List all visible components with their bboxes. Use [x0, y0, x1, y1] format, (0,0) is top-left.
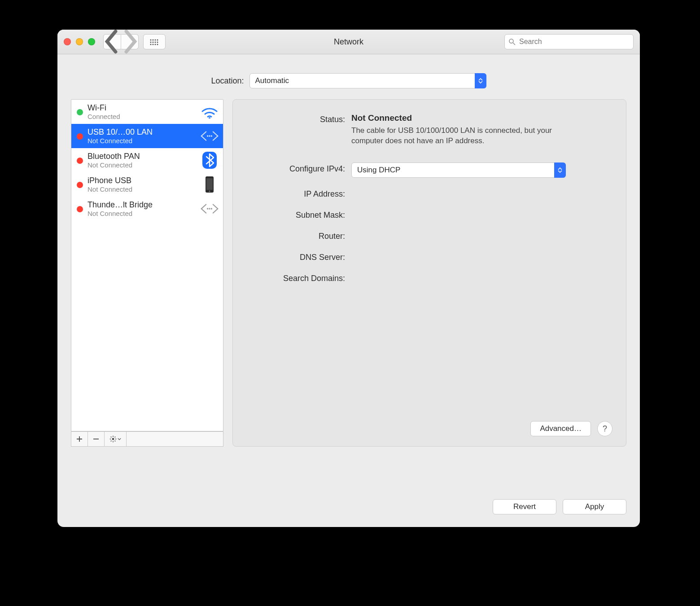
close-window-button[interactable] — [64, 38, 71, 45]
remove-service-button[interactable] — [88, 432, 105, 446]
svg-point-8 — [150, 44, 152, 45]
chevron-left-icon — [104, 30, 121, 53]
svg-point-16 — [209, 135, 210, 136]
svg-point-9 — [153, 44, 154, 45]
service-item-wifi[interactable]: Wi-Fi Connected — [71, 100, 223, 124]
location-value: Automatic — [255, 76, 289, 85]
svg-point-4 — [150, 42, 152, 43]
status-description: The cable for USB 10/100/1000 LAN is con… — [351, 126, 558, 146]
plus-icon — [76, 436, 83, 442]
grid-icon — [149, 38, 159, 45]
location-row: Location: Automatic — [57, 73, 640, 88]
svg-point-25 — [112, 438, 114, 440]
svg-point-23 — [209, 208, 210, 209]
back-button[interactable] — [103, 34, 121, 49]
svg-point-22 — [207, 208, 208, 209]
wifi-icon — [201, 104, 219, 119]
configure-ipv4-value: Using DHCP — [357, 166, 400, 175]
location-select[interactable]: Automatic — [249, 73, 486, 88]
chevron-down-icon — [118, 438, 121, 440]
sidebar: Wi-Fi Connected USB 10/…00 LAN Not Conne… — [71, 99, 223, 447]
content-area: Wi-Fi Connected USB 10/…00 LAN Not Conne… — [57, 88, 640, 447]
svg-point-17 — [211, 135, 212, 136]
show-all-button[interactable] — [143, 34, 166, 49]
status-dot-icon — [77, 182, 83, 188]
iphone-icon — [201, 177, 219, 192]
status-dot-icon — [77, 133, 83, 140]
help-icon: ? — [603, 424, 607, 434]
ip-address-label: IP Address: — [246, 188, 351, 199]
service-name: iPhone USB — [88, 176, 196, 185]
select-stepper-icon — [475, 73, 486, 88]
subnet-mask-label: Subnet Mask: — [246, 209, 351, 220]
svg-line-31 — [115, 441, 116, 442]
configure-ipv4-label: Configure IPv4: — [246, 162, 351, 174]
location-label: Location: — [211, 76, 244, 86]
service-item-usb-lan[interactable]: USB 10/…00 LAN Not Connected — [71, 124, 223, 148]
add-service-button[interactable] — [71, 432, 88, 446]
status-dot-icon — [77, 109, 83, 115]
status-value: Not Connected — [351, 113, 612, 123]
svg-point-1 — [153, 40, 154, 41]
apply-button[interactable]: Apply — [563, 499, 626, 514]
bluetooth-icon — [201, 153, 219, 168]
footer-buttons: Revert Apply — [493, 499, 626, 514]
chevron-right-icon — [121, 30, 138, 53]
advanced-button[interactable]: Advanced… — [530, 421, 591, 436]
titlebar: Network — [57, 30, 640, 54]
svg-line-13 — [513, 43, 516, 45]
configure-ipv4-select[interactable]: Using DHCP — [351, 162, 566, 178]
svg-point-10 — [155, 44, 156, 45]
service-list: Wi-Fi Connected USB 10/…00 LAN Not Conne… — [71, 99, 223, 431]
gear-icon — [109, 435, 117, 443]
service-actions-button[interactable] — [105, 432, 127, 446]
search-domains-label: Search Domains: — [246, 272, 351, 283]
svg-point-14 — [209, 117, 210, 119]
service-name: USB 10/…00 LAN — [88, 127, 196, 137]
detail-panel: Status: Not Connected The cable for USB … — [232, 99, 626, 447]
svg-point-0 — [150, 40, 152, 41]
service-item-iphone-usb[interactable]: iPhone USB Not Connected — [71, 172, 223, 197]
svg-line-30 — [111, 437, 112, 438]
sidebar-toolbar — [71, 431, 223, 447]
svg-point-15 — [207, 135, 208, 136]
ethernet-icon — [201, 128, 219, 144]
forward-button[interactable] — [121, 34, 139, 49]
service-name: Bluetooth PAN — [88, 152, 196, 161]
dns-server-label: DNS Server: — [246, 251, 351, 262]
status-label: Status: — [246, 113, 351, 124]
svg-point-11 — [157, 44, 158, 45]
svg-point-12 — [509, 39, 513, 43]
minus-icon — [93, 436, 99, 442]
service-status: Not Connected — [88, 210, 196, 217]
svg-point-6 — [155, 42, 156, 43]
revert-button[interactable]: Revert — [493, 499, 556, 514]
svg-point-3 — [157, 40, 158, 41]
search-field[interactable] — [504, 34, 634, 49]
service-name: Wi-Fi — [88, 103, 196, 113]
nav-buttons — [103, 34, 139, 49]
svg-point-2 — [155, 40, 156, 41]
service-name: Thunde…lt Bridge — [88, 200, 196, 210]
search-input[interactable] — [518, 37, 630, 46]
svg-point-21 — [209, 191, 210, 192]
ethernet-icon — [201, 201, 219, 216]
status-dot-icon — [77, 206, 83, 212]
preferences-window: Network Location: Automatic Wi-Fi — [57, 30, 640, 527]
svg-rect-20 — [206, 178, 213, 190]
router-label: Router: — [246, 230, 351, 241]
help-button[interactable]: ? — [597, 421, 612, 436]
svg-line-33 — [111, 441, 112, 442]
svg-point-24 — [211, 208, 212, 209]
service-item-thunderbolt[interactable]: Thunde…lt Bridge Not Connected — [71, 197, 223, 221]
service-status: Connected — [88, 113, 196, 120]
minimize-window-button[interactable] — [76, 38, 83, 45]
window-controls — [64, 38, 95, 45]
service-status: Not Connected — [88, 137, 196, 145]
service-status: Not Connected — [88, 161, 196, 169]
service-item-bluetooth[interactable]: Bluetooth PAN Not Connected — [71, 148, 223, 172]
status-dot-icon — [77, 158, 83, 164]
zoom-window-button[interactable] — [88, 38, 95, 45]
svg-point-5 — [153, 42, 154, 43]
select-stepper-icon — [554, 162, 566, 178]
